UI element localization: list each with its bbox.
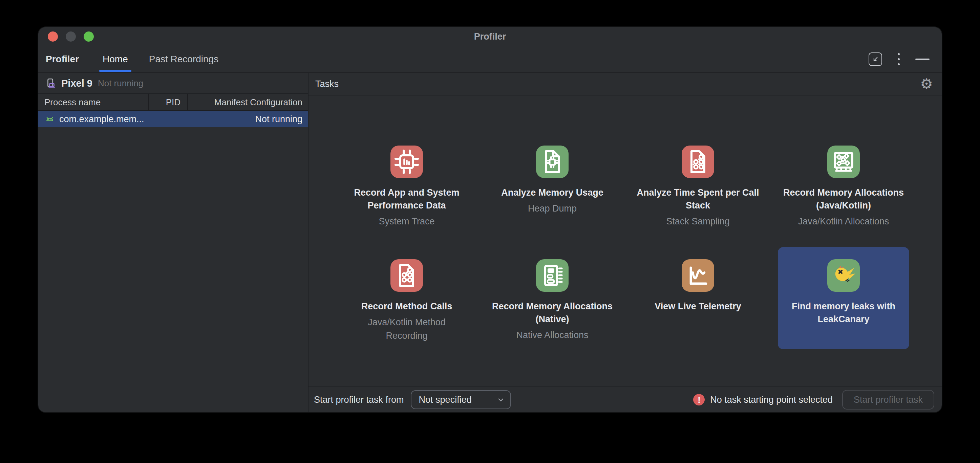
starting-point-dropdown[interactable]: Not specified: [411, 390, 511, 409]
tasks-header: Tasks ⚙: [309, 73, 942, 95]
process-name: com.example.mem...: [59, 114, 144, 125]
task-title: Record Memory Allocations (Java/Kotlin): [781, 186, 906, 212]
task-row: Record Method Calls Java/Kotlin Method R…: [309, 247, 942, 349]
process-list-panel: Pixel 9 Not running Process name PID Man…: [38, 73, 309, 412]
android-icon: [45, 114, 55, 125]
titlebar: Profiler: [38, 27, 942, 46]
tasks-grid: Record App and System Performance Data S…: [309, 95, 942, 387]
column-manifest-configuration[interactable]: Manifest Configuration: [187, 97, 308, 108]
task-title: Analyze Time Spent per Call Stack: [636, 186, 760, 212]
task-row: Record App and System Performance Data S…: [309, 133, 942, 236]
device-bar: Pixel 9 Not running: [38, 73, 308, 94]
warning-text: No task starting point selected: [710, 395, 833, 405]
task-subtitle: Heap Dump: [528, 202, 577, 215]
tool-window-label: Profiler: [46, 54, 79, 65]
start-from-label: Start profiler task from: [314, 395, 404, 405]
chevron-down-icon: [497, 396, 505, 404]
task-cell: Record App and System Performance Data S…: [334, 133, 479, 236]
leakcanary-icon: [827, 259, 860, 292]
window-title: Profiler: [38, 32, 942, 42]
stack-sampling-icon: [682, 146, 714, 178]
task-cell: Record Memory Allocations (Native) Nativ…: [479, 247, 625, 349]
task-cell: Record Method Calls Java/Kotlin Method R…: [334, 247, 479, 349]
column-divider: [187, 94, 188, 110]
process-row-selected[interactable]: com.example.mem... Not running: [38, 111, 308, 127]
heap-dump-icon: [536, 146, 569, 178]
method-calls-icon: [390, 259, 423, 292]
profiler-window: Profiler Profiler Home Past Recordings: [38, 27, 942, 412]
task-subtitle: Java/Kotlin Allocations: [798, 214, 889, 228]
gear-icon[interactable]: ⚙: [920, 77, 933, 91]
column-process-name[interactable]: Process name: [38, 97, 148, 108]
process-manifest-status: Not running: [255, 114, 302, 125]
task-title: Record Method Calls: [361, 300, 452, 313]
task-cell: Analyze Time Spent per Call Stack Stack …: [625, 133, 771, 236]
zoom-button[interactable]: [84, 32, 94, 42]
task-card-method-calls[interactable]: Record Method Calls Java/Kotlin Method R…: [341, 247, 473, 349]
device-status: Not running: [98, 78, 143, 89]
task-cell: Analyze Memory Usage Heap Dump: [479, 133, 625, 236]
column-pid[interactable]: PID: [148, 97, 187, 108]
task-card-system-trace[interactable]: Record App and System Performance Data S…: [341, 133, 473, 236]
starting-point-value: Not specified: [419, 395, 472, 405]
live-telemetry-icon: [682, 259, 714, 292]
close-button[interactable]: [48, 32, 58, 42]
task-card-heap-dump[interactable]: Analyze Memory Usage Heap Dump: [487, 133, 618, 236]
task-card-native-allocations[interactable]: Record Memory Allocations (Native) Nativ…: [487, 247, 618, 349]
task-cell: Find memory leaks with LeakCanary: [771, 247, 916, 349]
task-subtitle: Java/Kotlin Method Recording: [351, 316, 463, 342]
more-options-icon[interactable]: [896, 52, 901, 67]
window-controls: [38, 32, 94, 42]
task-title: Analyze Memory Usage: [501, 186, 603, 199]
task-card-stack-sampling[interactable]: Analyze Time Spent per Call Stack Stack …: [632, 133, 764, 236]
device-phone-icon: [45, 77, 57, 89]
task-card-leakcanary[interactable]: Find memory leaks with LeakCanary: [778, 247, 909, 349]
java-kotlin-allocations-icon: [827, 146, 860, 178]
native-allocations-icon: [536, 259, 569, 292]
tasks-panel: Tasks ⚙: [309, 73, 942, 412]
device-name: Pixel 9: [61, 78, 92, 89]
task-title: Record Memory Allocations (Native): [490, 300, 615, 326]
task-card-live-telemetry[interactable]: View Live Telemetry: [632, 247, 764, 349]
tab-past-recordings-label: Past Recordings: [149, 54, 218, 65]
task-title: View Live Telemetry: [655, 300, 741, 313]
tab-past-recordings[interactable]: Past Recordings: [145, 46, 223, 73]
system-trace-icon: [390, 146, 423, 178]
task-title: Find memory leaks with LeakCanary: [781, 300, 906, 326]
task-subtitle: System Trace: [379, 214, 434, 228]
hide-window-icon[interactable]: [915, 59, 929, 60]
task-title: Record App and System Performance Data: [344, 186, 469, 212]
tasks-title: Tasks: [315, 79, 339, 89]
main-split: Pixel 9 Not running Process name PID Man…: [38, 73, 942, 412]
tab-home-label: Home: [103, 54, 128, 65]
warning-icon: !: [693, 394, 705, 406]
tab-bar: Profiler Home Past Recordings: [38, 46, 942, 73]
task-cell: Record Memory Allocations (Java/Kotlin) …: [771, 133, 916, 236]
task-cell: View Live Telemetry: [625, 247, 771, 349]
task-card-java-kotlin-allocations[interactable]: Record Memory Allocations (Java/Kotlin) …: [778, 133, 909, 236]
minimize-button[interactable]: [66, 32, 76, 42]
footer-bar: Start profiler task from Not specified !…: [309, 387, 942, 412]
task-subtitle: Native Allocations: [516, 328, 588, 342]
column-divider: [148, 94, 149, 110]
tab-home[interactable]: Home: [99, 46, 132, 73]
process-table-header: Process name PID Manifest Configuration: [38, 94, 308, 111]
dock-window-icon[interactable]: [869, 52, 882, 66]
start-profiler-task-button[interactable]: Start profiler task: [842, 390, 934, 409]
task-subtitle: Stack Sampling: [666, 214, 730, 228]
window-action-icons: [869, 52, 929, 67]
